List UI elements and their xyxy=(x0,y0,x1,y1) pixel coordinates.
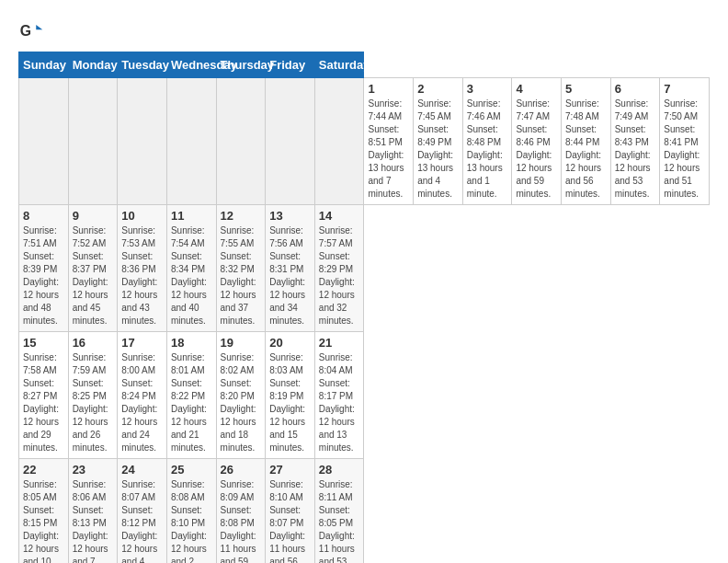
day-cell-1: 1Sunrise: 7:44 AMSunset: 8:51 PMDaylight… xyxy=(364,78,414,205)
day-number: 2 xyxy=(417,82,459,96)
day-content: Sunrise: 8:07 AMSunset: 8:12 PMDaylight:… xyxy=(121,478,163,563)
page-header: G xyxy=(18,18,710,44)
weekday-header-monday: Monday xyxy=(68,52,118,78)
calendar-week-1: 1Sunrise: 7:44 AMSunset: 8:51 PMDaylight… xyxy=(19,78,710,205)
day-content: Sunrise: 8:00 AMSunset: 8:24 PMDaylight:… xyxy=(121,351,163,454)
weekday-header-friday: Friday xyxy=(266,52,315,78)
day-content: Sunrise: 7:48 AMSunset: 8:44 PMDaylight:… xyxy=(565,98,607,201)
empty-cell xyxy=(166,78,216,205)
day-number: 23 xyxy=(73,463,114,477)
day-content: Sunrise: 8:03 AMSunset: 8:19 PMDaylight:… xyxy=(269,351,311,454)
day-cell-23: 23Sunrise: 8:06 AMSunset: 8:13 PMDayligh… xyxy=(68,459,118,564)
svg-text:G: G xyxy=(20,23,31,39)
weekday-header-saturday: Saturday xyxy=(314,52,364,78)
day-number: 19 xyxy=(221,336,262,350)
svg-marker-1 xyxy=(36,25,42,29)
day-content: Sunrise: 7:56 AMSunset: 8:31 PMDaylight:… xyxy=(269,224,311,327)
day-cell-3: 3Sunrise: 7:46 AMSunset: 8:48 PMDaylight… xyxy=(462,78,512,205)
day-cell-26: 26Sunrise: 8:09 AMSunset: 8:08 PMDayligh… xyxy=(216,459,266,564)
day-content: Sunrise: 8:09 AMSunset: 8:08 PMDaylight:… xyxy=(221,478,262,563)
day-number: 12 xyxy=(221,209,262,223)
day-number: 13 xyxy=(269,209,311,223)
day-content: Sunrise: 8:10 AMSunset: 8:07 PMDaylight:… xyxy=(269,478,311,563)
day-cell-20: 20Sunrise: 8:03 AMSunset: 8:19 PMDayligh… xyxy=(266,332,315,459)
day-number: 27 xyxy=(269,463,311,477)
day-number: 22 xyxy=(23,463,64,477)
day-cell-8: 8Sunrise: 7:51 AMSunset: 8:39 PMDaylight… xyxy=(19,205,69,332)
day-content: Sunrise: 7:55 AMSunset: 8:32 PMDaylight:… xyxy=(221,224,262,327)
day-number: 25 xyxy=(171,463,212,477)
day-content: Sunrise: 7:54 AMSunset: 8:34 PMDaylight:… xyxy=(171,224,212,327)
day-cell-7: 7Sunrise: 7:50 AMSunset: 8:41 PMDaylight… xyxy=(660,78,710,205)
day-number: 1 xyxy=(368,82,409,96)
day-content: Sunrise: 7:50 AMSunset: 8:41 PMDaylight:… xyxy=(664,98,705,201)
day-number: 20 xyxy=(269,336,311,350)
day-content: Sunrise: 8:01 AMSunset: 8:22 PMDaylight:… xyxy=(171,351,212,454)
day-number: 28 xyxy=(319,463,360,477)
day-content: Sunrise: 8:05 AMSunset: 8:15 PMDaylight:… xyxy=(23,478,64,563)
calendar-table: SundayMondayTuesdayWednesdayThursdayFrid… xyxy=(18,52,710,563)
day-cell-2: 2Sunrise: 7:45 AMSunset: 8:49 PMDaylight… xyxy=(414,78,463,205)
day-cell-24: 24Sunrise: 8:07 AMSunset: 8:12 PMDayligh… xyxy=(118,459,167,564)
day-cell-15: 15Sunrise: 7:58 AMSunset: 8:27 PMDayligh… xyxy=(19,332,69,459)
day-content: Sunrise: 8:06 AMSunset: 8:13 PMDaylight:… xyxy=(73,478,114,563)
day-number: 16 xyxy=(73,336,114,350)
day-number: 10 xyxy=(121,209,163,223)
day-cell-28: 28Sunrise: 8:11 AMSunset: 8:05 PMDayligh… xyxy=(314,459,364,564)
calendar-week-3: 15Sunrise: 7:58 AMSunset: 8:27 PMDayligh… xyxy=(19,332,710,459)
day-content: Sunrise: 7:58 AMSunset: 8:27 PMDaylight:… xyxy=(23,351,64,454)
day-cell-10: 10Sunrise: 7:53 AMSunset: 8:36 PMDayligh… xyxy=(118,205,167,332)
empty-cell xyxy=(19,78,69,205)
day-number: 8 xyxy=(23,209,64,223)
day-cell-4: 4Sunrise: 7:47 AMSunset: 8:46 PMDaylight… xyxy=(512,78,562,205)
day-content: Sunrise: 7:52 AMSunset: 8:37 PMDaylight:… xyxy=(73,224,114,327)
day-cell-12: 12Sunrise: 7:55 AMSunset: 8:32 PMDayligh… xyxy=(216,205,266,332)
day-number: 4 xyxy=(516,82,557,96)
day-content: Sunrise: 8:02 AMSunset: 8:20 PMDaylight:… xyxy=(221,351,262,454)
day-cell-11: 11Sunrise: 7:54 AMSunset: 8:34 PMDayligh… xyxy=(166,205,216,332)
day-cell-13: 13Sunrise: 7:56 AMSunset: 8:31 PMDayligh… xyxy=(266,205,315,332)
day-number: 6 xyxy=(615,82,656,96)
weekday-header-wednesday: Wednesday xyxy=(166,52,216,78)
day-number: 26 xyxy=(221,463,262,477)
day-content: Sunrise: 7:46 AMSunset: 8:48 PMDaylight:… xyxy=(467,98,508,201)
calendar-week-2: 8Sunrise: 7:51 AMSunset: 8:39 PMDaylight… xyxy=(19,205,710,332)
day-number: 11 xyxy=(171,209,212,223)
day-cell-17: 17Sunrise: 8:00 AMSunset: 8:24 PMDayligh… xyxy=(118,332,167,459)
empty-cell xyxy=(68,78,118,205)
day-number: 3 xyxy=(467,82,508,96)
day-content: Sunrise: 8:08 AMSunset: 8:10 PMDaylight:… xyxy=(171,478,212,563)
day-number: 15 xyxy=(23,336,64,350)
empty-cell xyxy=(266,78,315,205)
day-content: Sunrise: 7:51 AMSunset: 8:39 PMDaylight:… xyxy=(23,224,64,327)
day-content: Sunrise: 7:59 AMSunset: 8:25 PMDaylight:… xyxy=(73,351,114,454)
day-content: Sunrise: 7:47 AMSunset: 8:46 PMDaylight:… xyxy=(516,98,557,201)
day-cell-19: 19Sunrise: 8:02 AMSunset: 8:20 PMDayligh… xyxy=(216,332,266,459)
day-number: 17 xyxy=(121,336,163,350)
empty-cell xyxy=(118,78,167,205)
day-number: 18 xyxy=(171,336,212,350)
day-cell-25: 25Sunrise: 8:08 AMSunset: 8:10 PMDayligh… xyxy=(166,459,216,564)
day-number: 9 xyxy=(73,209,114,223)
day-content: Sunrise: 8:11 AMSunset: 8:05 PMDaylight:… xyxy=(319,478,360,563)
weekday-header-sunday: Sunday xyxy=(19,52,69,78)
day-cell-9: 9Sunrise: 7:52 AMSunset: 8:37 PMDaylight… xyxy=(68,205,118,332)
day-content: Sunrise: 8:04 AMSunset: 8:17 PMDaylight:… xyxy=(319,351,360,454)
day-cell-16: 16Sunrise: 7:59 AMSunset: 8:25 PMDayligh… xyxy=(68,332,118,459)
logo-icon: G xyxy=(18,18,44,44)
day-cell-18: 18Sunrise: 8:01 AMSunset: 8:22 PMDayligh… xyxy=(166,332,216,459)
day-content: Sunrise: 7:49 AMSunset: 8:43 PMDaylight:… xyxy=(615,98,656,201)
day-content: Sunrise: 7:45 AMSunset: 8:49 PMDaylight:… xyxy=(417,98,459,201)
day-number: 14 xyxy=(319,209,360,223)
empty-cell xyxy=(314,78,364,205)
logo: G xyxy=(18,18,48,44)
day-cell-6: 6Sunrise: 7:49 AMSunset: 8:43 PMDaylight… xyxy=(610,78,660,205)
day-number: 7 xyxy=(664,82,705,96)
day-content: Sunrise: 7:57 AMSunset: 8:29 PMDaylight:… xyxy=(319,224,360,327)
day-number: 21 xyxy=(319,336,360,350)
weekday-header-thursday: Thursday xyxy=(216,52,266,78)
day-content: Sunrise: 7:53 AMSunset: 8:36 PMDaylight:… xyxy=(121,224,163,327)
day-cell-27: 27Sunrise: 8:10 AMSunset: 8:07 PMDayligh… xyxy=(266,459,315,564)
day-content: Sunrise: 7:44 AMSunset: 8:51 PMDaylight:… xyxy=(368,98,409,201)
day-cell-14: 14Sunrise: 7:57 AMSunset: 8:29 PMDayligh… xyxy=(314,205,364,332)
